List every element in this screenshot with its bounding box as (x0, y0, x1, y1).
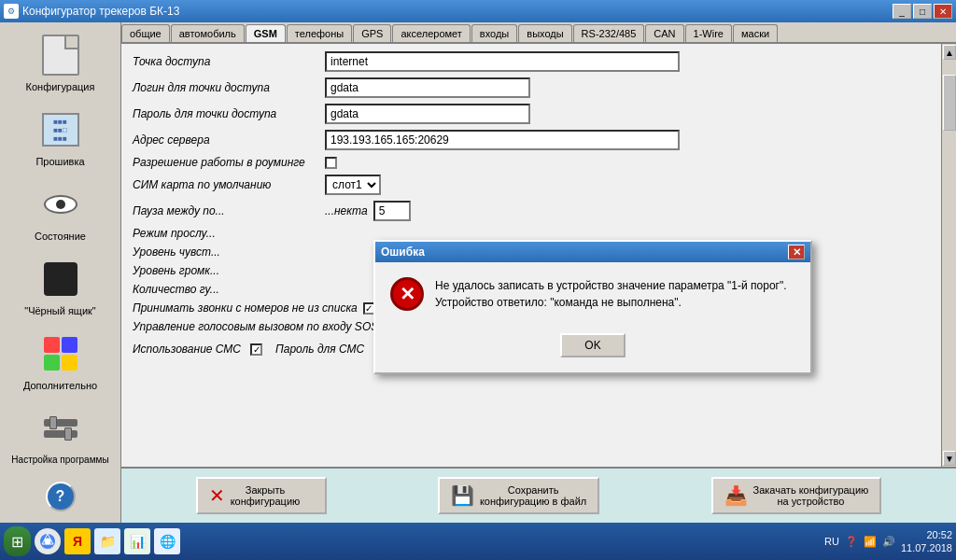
field-roaming: Разрешение работы в роуминге (133, 156, 945, 169)
taskbar: ⊞ Я 📁 📊 🌐 RU ❓ 📶 🔊 20:52 11.07.2018 (0, 523, 956, 560)
label-server: Адрес сервера (133, 133, 319, 147)
sidebar-item-extra[interactable]: Дополнительно (4, 325, 117, 398)
checkbox-roaming[interactable] (325, 157, 337, 169)
input-password[interactable] (325, 104, 530, 124)
field-access-point: Точка доступа (133, 51, 945, 72)
sidebar-item-settings[interactable]: Настройка программы (4, 399, 117, 471)
maximize-button[interactable]: □ (913, 4, 932, 19)
settings-bar1-icon (44, 419, 77, 427)
dialog-content: ✕ Не удалось записать в устройство значе… (375, 262, 810, 326)
tab-gsm[interactable]: GSM (246, 24, 286, 44)
dialog-ok-button[interactable]: OK (560, 333, 626, 357)
error-dialog: Ошибка ✕ ✕ Не удалось записать в устройс… (373, 240, 812, 374)
window-controls: _ □ ✕ (893, 4, 952, 19)
eye-icon (44, 195, 77, 214)
chrome-icon (39, 533, 56, 550)
download-config-button[interactable]: 📥 Закачать конфигурацию на устройство (711, 477, 882, 514)
download-config-label: Закачать конфигурацию на устройство (753, 484, 869, 507)
label-login: Логин для точки доступа (133, 81, 319, 94)
window-title: Конфигуратор трекеров БК-13 (22, 5, 179, 18)
label-password: Пароль для точки доступа (133, 107, 319, 120)
tab-1wire[interactable]: 1-Wire (685, 24, 732, 42)
field-login: Логин для точки доступа (133, 77, 945, 98)
time-text: 20:52 (901, 528, 952, 541)
tab-general[interactable]: общие (121, 24, 170, 42)
taskbar-app-excel[interactable]: 📊 (124, 528, 150, 554)
dialog-title-bar: Ошибка ✕ (375, 242, 810, 262)
save-config-icon: 💾 (451, 484, 474, 507)
locale-label: RU (824, 536, 839, 547)
form-content: Точка доступа Логин для точки доступа Па… (121, 44, 956, 467)
minimize-button[interactable]: _ (893, 4, 911, 19)
firmware-icon (42, 113, 79, 147)
input-access-point[interactable] (325, 51, 680, 72)
sidebar-item-blackbox[interactable]: "Чёрный ящик" (4, 250, 117, 323)
settings-bar2-icon (44, 430, 77, 438)
tab-masks[interactable]: маски (733, 24, 778, 42)
save-config-label: Сохранить конфигурацию в файл (480, 484, 586, 507)
help-button[interactable]: ? (46, 482, 76, 511)
input-pause[interactable] (373, 201, 411, 221)
config-icon-box (38, 33, 83, 77)
save-config-button[interactable]: 💾 Сохранить конфигурацию в файл (438, 477, 599, 514)
blackbox-icon (44, 262, 77, 296)
state-icon (42, 188, 79, 221)
close-config-button[interactable]: ✕ Закрыть конфигурацию (196, 477, 327, 514)
content-area: общие автомобиль GSM телефоны GPS акселе… (121, 22, 956, 523)
tab-auto[interactable]: автомобиль (171, 24, 245, 42)
taskbar-app-explorer[interactable]: 📁 (94, 528, 120, 554)
close-config-label: Закрыть конфигурацию (231, 484, 301, 507)
sidebar-label-blackbox: "Чёрный ящик" (24, 305, 96, 316)
field-password: Пароль для точки доступа (133, 104, 945, 124)
field-mode: Режим прослу... (133, 227, 945, 240)
tab-phones[interactable]: телефоны (287, 24, 352, 42)
tab-can[interactable]: CAN (645, 24, 683, 42)
dialog-message-line2: Устройство ответило: "команда не выполне… (435, 294, 795, 311)
scroll-down-button[interactable]: ▼ (943, 451, 956, 466)
state-icon-box (38, 182, 83, 227)
label-volume: Уровень громк... (133, 264, 319, 277)
close-config-icon: ✕ (209, 484, 225, 507)
sidebar-item-state[interactable]: Состояние (4, 175, 117, 248)
label-count: Количество гу... (133, 283, 319, 296)
explorer-icon: 📁 (100, 534, 116, 549)
dialog-close-button[interactable]: ✕ (788, 245, 805, 259)
tabs-bar: общие автомобиль GSM телефоны GPS акселе… (121, 22, 956, 44)
label-roaming: Разрешение работы в роуминге (133, 156, 319, 169)
sidebar-label-state: Состояние (35, 231, 86, 242)
config-icon (42, 35, 79, 76)
question-icon: ❓ (845, 536, 858, 548)
taskbar-app-chrome[interactable] (35, 528, 61, 554)
error-icon: ✕ (390, 277, 424, 311)
date-text: 11.07.2018 (901, 541, 952, 554)
extra-icon (44, 337, 77, 371)
sidebar-item-config[interactable]: Конфигурация (4, 26, 117, 99)
time-display: 20:52 11.07.2018 (901, 528, 952, 555)
main-container: Конфигурация Прошивка Состояние "Чёрный … (0, 22, 956, 523)
scroll-thumb[interactable] (943, 75, 956, 131)
input-server[interactable] (325, 130, 680, 150)
tab-gps[interactable]: GPS (353, 24, 391, 42)
taskbar-app-yandex[interactable]: Я (64, 528, 91, 554)
checkbox-sms[interactable] (250, 343, 262, 356)
taskbar-app-browser[interactable]: 🌐 (154, 528, 180, 554)
firmware-icon-box (38, 107, 83, 152)
volume-icon: 🔊 (882, 536, 895, 548)
start-button[interactable]: ⊞ (4, 526, 31, 556)
scrollbar[interactable]: ▲ ▼ (941, 44, 956, 467)
tab-accel[interactable]: акселеромет (392, 24, 470, 42)
scroll-up-button[interactable]: ▲ (943, 45, 956, 60)
extra-icon-box (38, 331, 83, 376)
dialog-buttons: OK (375, 326, 810, 372)
tab-rs485[interactable]: RS-232/485 (573, 24, 645, 42)
close-button[interactable]: ✕ (934, 4, 952, 19)
tab-outputs[interactable]: выходы (518, 24, 571, 42)
browser-icon: 🌐 (160, 534, 176, 549)
network-icon: 📶 (864, 536, 877, 548)
tab-inputs[interactable]: входы (471, 24, 517, 42)
select-simcard[interactable]: слот1 слот2 (325, 175, 381, 195)
sidebar-item-firmware[interactable]: Прошивка (4, 101, 117, 174)
label-mode: Режим прослу... (133, 227, 319, 240)
input-login[interactable] (325, 77, 530, 98)
label-accept-calls: Принимать звонки с номеров не из списка (133, 301, 358, 315)
